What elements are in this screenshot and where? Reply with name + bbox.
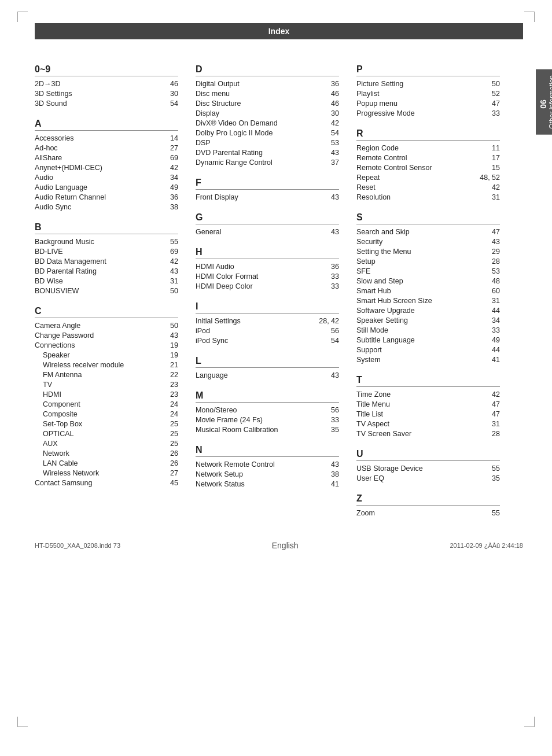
entry-page: 54 xyxy=(316,337,339,345)
index-entry: Audio Language49 xyxy=(35,182,178,192)
column-3: PPicture Setting50Playlist52Popup menu47… xyxy=(348,54,523,518)
entry-name: BD-LIVE xyxy=(35,248,155,256)
entry-name: Picture Setting xyxy=(356,80,477,88)
section-letter-U: U xyxy=(356,449,500,461)
entry-page: 43 xyxy=(316,193,339,201)
index-entry: Repeat48, 52 xyxy=(356,172,500,182)
index-entry: TV Screen Saver28 xyxy=(356,429,500,438)
entry-page: 33 xyxy=(477,326,500,334)
entry-name: Display xyxy=(196,109,316,117)
entry-page: 15 xyxy=(477,164,500,172)
section-letter-N: N xyxy=(196,445,339,457)
entry-name: Subtitle Language xyxy=(356,336,477,344)
entry-name: BD Wise xyxy=(35,277,155,285)
index-entry: Change Password43 xyxy=(35,330,178,340)
index-entry: Accessories14 xyxy=(35,133,178,143)
index-entry: Digital Output36 xyxy=(196,79,339,88)
entry-page: 14 xyxy=(155,134,178,142)
entry-name: TV xyxy=(35,381,155,389)
index-entry: Front Display43 xyxy=(196,192,339,202)
entry-page: 47 xyxy=(477,400,500,408)
entry-page: 24 xyxy=(155,410,178,418)
index-entry: OPTICAL25 xyxy=(35,429,178,438)
entry-name: OPTICAL xyxy=(35,430,155,438)
entry-name: Setup xyxy=(356,257,477,265)
entry-name: Setting the Menu xyxy=(356,248,477,256)
entry-page: 46 xyxy=(316,99,339,108)
entry-name: Ad-hoc xyxy=(35,144,155,152)
index-entry: USB Storage Device55 xyxy=(356,463,500,473)
entry-page: 31 xyxy=(477,420,500,428)
entry-page: 31 xyxy=(477,193,500,201)
index-entry: Title Menu47 xyxy=(356,399,500,409)
entry-page: 49 xyxy=(477,336,500,344)
entry-name: System xyxy=(356,356,477,364)
entry-page: 25 xyxy=(155,420,178,428)
index-entry: Wireless receiver module21 xyxy=(35,360,178,370)
entry-name: DVD Parental Rating xyxy=(196,149,316,157)
index-entry: Network Status41 xyxy=(196,479,339,489)
index-entry: Reset42 xyxy=(356,182,500,192)
index-entry: 3D Sound54 xyxy=(35,98,178,108)
index-entry: Composite24 xyxy=(35,409,178,419)
index-entry: Initial Settings28, 42 xyxy=(196,316,339,326)
index-entry: BD Parental Rating43 xyxy=(35,266,178,276)
entry-name: Disc Structure xyxy=(196,99,316,108)
index-entry: LAN Cable26 xyxy=(35,458,178,468)
index-header: Index xyxy=(35,23,523,39)
entry-name: Reset xyxy=(356,183,477,191)
entry-name: Background Music xyxy=(35,238,155,246)
index-entry: Dynamic Range Control37 xyxy=(196,157,339,167)
entry-page: 19 xyxy=(155,351,178,359)
index-entry: BONUSVIEW50 xyxy=(35,286,178,296)
index-entry: Picture Setting50 xyxy=(356,79,500,88)
index-entry: iPod Sync54 xyxy=(196,335,339,345)
entry-name: Popup menu xyxy=(356,99,477,108)
entry-page: 41 xyxy=(316,480,339,488)
entry-name: Network xyxy=(35,449,155,458)
entry-page: 52 xyxy=(477,90,500,98)
entry-page: 26 xyxy=(155,459,178,467)
entry-page: 19 xyxy=(155,341,178,349)
index-entry: FM Antenna22 xyxy=(35,370,178,379)
entry-name: Initial Settings xyxy=(196,317,316,325)
index-entry: Support44 xyxy=(356,345,500,355)
page: 06 Other information Index 0~92D→3D463D … xyxy=(0,0,552,756)
entry-page: 22 xyxy=(155,371,178,379)
entry-page: 23 xyxy=(155,390,178,399)
entry-page: 43 xyxy=(316,371,339,379)
entry-name: Search and Skip xyxy=(356,228,477,236)
index-entry: BD Data Management42 xyxy=(35,256,178,266)
index-entry: Background Music55 xyxy=(35,237,178,246)
index-entry: SFE53 xyxy=(356,266,500,276)
entry-page: 24 xyxy=(155,400,178,408)
corner-mark-tl xyxy=(17,12,28,22)
entry-name: 2D→3D xyxy=(35,80,155,88)
entry-page: 41 xyxy=(477,356,500,364)
entry-page: 60 xyxy=(477,287,500,295)
section-letter-G: G xyxy=(196,212,339,224)
index-entry: Audio Sync38 xyxy=(35,202,178,212)
entry-name: Network Remote Control xyxy=(196,460,316,469)
entry-page: 28, 42 xyxy=(316,317,339,325)
entry-name: Set-Top Box xyxy=(35,420,155,428)
entry-name: Mono/Stereo xyxy=(196,406,316,414)
section-letter-P: P xyxy=(356,64,500,76)
entry-page: 30 xyxy=(155,90,178,98)
entry-page: 49 xyxy=(155,183,178,191)
entry-page: 54 xyxy=(316,129,339,137)
index-entry: AUX25 xyxy=(35,438,178,448)
corner-mark-bl xyxy=(17,717,28,727)
entry-page: 48 xyxy=(477,277,500,285)
index-entry: Disc Structure46 xyxy=(196,98,339,108)
section-letter-C: C xyxy=(35,306,178,318)
entry-page: 44 xyxy=(477,346,500,354)
entry-page: 23 xyxy=(155,381,178,389)
entry-name: Title List xyxy=(356,410,477,418)
index-entry: Set-Top Box25 xyxy=(35,419,178,429)
index-entry: User EQ35 xyxy=(356,473,500,483)
entry-page: 56 xyxy=(316,406,339,414)
entry-page: 38 xyxy=(155,203,178,211)
index-entry: Speaker19 xyxy=(35,350,178,360)
entry-name: AllShare xyxy=(35,154,155,162)
